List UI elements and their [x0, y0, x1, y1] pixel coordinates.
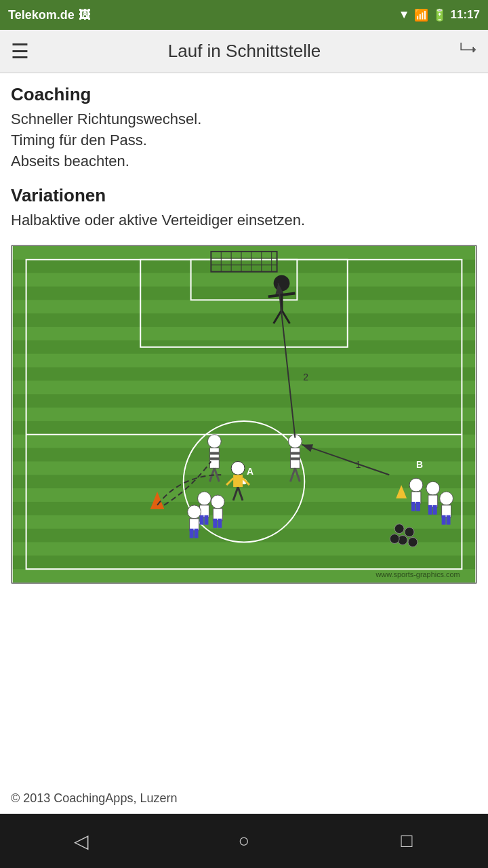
svg-point-74 [390, 534, 399, 544]
field-svg: A [12, 246, 476, 583]
app-bar: ☰ Lauf in Schnittstelle ⮡ [0, 30, 488, 73]
svg-point-38 [188, 505, 201, 519]
svg-rect-64 [428, 505, 432, 515]
svg-rect-69 [447, 515, 451, 525]
svg-point-71 [405, 528, 414, 537]
status-bar: Telekom.de 🖼 ▼ 📶 🔋 11:17 [0, 0, 488, 30]
coaching-heading: Coaching [11, 84, 477, 105]
svg-rect-60 [411, 502, 415, 511]
svg-rect-41 [195, 529, 199, 538]
carrier-name: Telekom.de [8, 8, 75, 22]
svg-point-18 [274, 275, 290, 292]
svg-point-34 [211, 495, 224, 509]
svg-rect-68 [442, 515, 446, 525]
back-icon: ◁ [74, 830, 89, 852]
variationen-section: Variationen Halbaktive oder aktive Verte… [11, 185, 477, 231]
signal-icon: 📶 [414, 8, 428, 22]
svg-rect-36 [213, 519, 217, 528]
svg-point-66 [440, 492, 453, 505]
svg-rect-24 [233, 475, 243, 487]
variationen-text: Halbaktive oder aktive Verteidiger einse… [11, 210, 477, 231]
coaching-text: Schneller Richtungswechsel.Timing für de… [11, 109, 477, 172]
recent-icon: □ [401, 830, 413, 852]
footer: © 2013 CoachingApps, Luzern [0, 786, 488, 814]
svg-rect-37 [218, 519, 222, 528]
page-title: Lauf in Schnittstelle [168, 41, 321, 62]
svg-rect-53 [290, 458, 300, 460]
home-button[interactable]: ○ [224, 821, 264, 861]
svg-text:B: B [416, 460, 423, 471]
wifi-icon: ▼ [399, 8, 410, 22]
svg-point-30 [198, 492, 211, 505]
notification-icon: 🖼 [79, 8, 91, 22]
status-icons: ▼ 📶 🔋 11:17 [399, 8, 480, 22]
copyright-text: © 2013 CoachingApps, Luzern [11, 791, 177, 805]
svg-rect-40 [190, 529, 194, 538]
recent-button[interactable]: □ [386, 821, 427, 861]
menu-button[interactable]: ☰ [11, 39, 29, 63]
content-area: Coaching Schneller Richtungswechsel.Timi… [0, 73, 488, 786]
svg-rect-46 [209, 452, 219, 455]
svg-rect-61 [416, 502, 420, 511]
carrier-info: Telekom.de 🖼 [8, 8, 91, 22]
svg-rect-33 [204, 515, 208, 525]
svg-text:2: 2 [303, 372, 308, 383]
svg-rect-52 [290, 452, 300, 455]
svg-text:www.sports-graphics.com: www.sports-graphics.com [375, 570, 460, 578]
svg-point-73 [408, 538, 418, 547]
field-diagram: A [11, 245, 477, 584]
svg-rect-47 [209, 458, 219, 460]
svg-rect-32 [200, 515, 204, 525]
variationen-heading: Variationen [11, 185, 477, 206]
svg-text:A: A [247, 466, 253, 477]
svg-point-44 [207, 435, 221, 448]
battery-icon: 🔋 [432, 8, 447, 22]
svg-point-58 [409, 478, 423, 492]
svg-point-70 [394, 524, 404, 534]
svg-text:1: 1 [356, 460, 361, 471]
svg-rect-65 [433, 505, 437, 515]
coaching-section: Coaching Schneller Richtungswechsel.Timi… [11, 84, 477, 172]
svg-point-23 [231, 462, 245, 475]
nav-bar: ◁ ○ □ [0, 814, 488, 868]
share-button[interactable]: ⮡ [460, 41, 477, 62]
svg-point-62 [426, 481, 440, 495]
home-icon: ○ [239, 830, 250, 852]
time-display: 11:17 [451, 8, 480, 22]
back-button[interactable]: ◁ [61, 821, 102, 861]
